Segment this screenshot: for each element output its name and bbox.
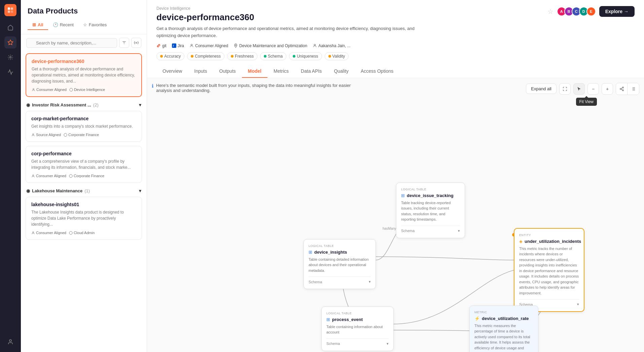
svg-point-26 [622,90,623,91]
node-label-entity: Entity [519,233,579,237]
svg-marker-4 [8,40,13,45]
svg-point-11 [33,88,34,90]
tab-overview[interactable]: Overview [156,65,188,78]
recent-tab-label: Recent [60,22,74,27]
main-tabs: Overview Inputs Outputs Model Metrics Da… [156,65,635,78]
schema-label-2: Schema [309,280,322,284]
tab-model[interactable]: Model [242,65,267,78]
list-view-button[interactable] [628,83,639,95]
tag-consumer-aligned: Consumer Aligned [32,88,67,92]
filter-button[interactable] [119,38,129,48]
main-content: Device Intelligence device-performance36… [147,0,644,352]
search-wrapper: 🔍 [26,38,117,48]
star-icon[interactable]: ☆ [547,7,553,15]
main-header: Device Intelligence device-performance36… [147,0,644,78]
tab-data-apis[interactable]: Data APIs [295,65,328,78]
chevron-down-icon-2: ▾ [139,188,141,193]
tab-access-options[interactable]: Access Options [355,65,399,78]
node-schema-insights[interactable]: Schema ▾ [309,277,371,284]
app-logo[interactable] [4,4,16,16]
model-info-banner: ℹ Here's the semantic model built from y… [152,83,354,93]
node-title-row-3: ⊞ process_event [326,317,389,322]
avatar-5: E [586,7,596,16]
active-card-tags: Consumer Aligned Device Intelligence [32,88,136,92]
svg-point-5 [10,57,11,58]
tab-recent[interactable]: 🕐 Recent [48,20,78,30]
favorites-tab-icon: ☆ [83,22,87,27]
svg-point-25 [620,88,621,90]
cursor-tool-button[interactable] [573,83,585,95]
tab-metrics[interactable]: Metrics [267,65,295,78]
group-name-2: Lakehouse Maintenance [32,188,82,193]
node-title-utilization-rate: device_utilization_rate [482,316,529,321]
node-title-row-metric: ⚡ device_utilization_rate [474,316,533,321]
tab-inputs[interactable]: Inputs [188,65,213,78]
accuracy-dot [160,55,163,58]
expand-all-button[interactable]: Expand all [526,84,557,94]
node-title-row-entity: ◈ under_utilization_incidents [519,239,579,244]
node-device-utilization-rate[interactable]: Metric ⚡ device_utilization_rate This me… [469,306,538,352]
breadcrumb: Device Intelligence [156,6,547,11]
chevron-icon-2: ▾ [369,280,371,284]
home-nav-icon[interactable] [4,22,16,34]
node-device-insights[interactable]: Logical Table ⊞ device_insights Table co… [303,239,376,289]
node-desc-insights: Table containing detailed information ab… [309,257,371,274]
node-schema-process[interactable]: Schema ▾ [326,339,389,346]
zoom-in-button[interactable]: + [602,83,613,95]
tab-all[interactable]: ⊞ All [28,20,48,30]
zoom-out-button[interactable]: − [587,83,599,95]
svg-rect-2 [8,10,10,13]
completeness-label: Completeness [195,54,221,59]
view-toggle-group [616,83,639,95]
share-view-button[interactable] [616,83,628,95]
svg-point-17 [33,231,34,233]
analytics-nav-icon[interactable] [4,51,16,63]
search-input[interactable] [26,38,117,48]
explore-button[interactable]: Explore → [599,6,635,17]
tab-favorites[interactable]: ☆ Favorites [78,20,111,30]
tab-quality[interactable]: Quality [328,65,355,78]
node-title-row-2: ⊞ device_insights [309,250,371,255]
monitoring-nav-icon[interactable] [4,66,16,78]
tag-device-intelligence: Device Intelligence [69,88,105,92]
active-card-desc: Get a thorough analysis of device perfor… [32,66,136,84]
group-icon-2: ◉ [26,188,30,193]
node-label-metric: Metric [474,311,533,314]
corp-market-card[interactable]: corp-market-performance Get insights int… [26,111,142,142]
node-under-utilization[interactable]: Entity ◈ under_utilization_incidents Thi… [514,228,584,312]
sidebar-header: Data Products ⊞ All 🕐 Recent ☆ Favorites [21,0,147,34]
tab-outputs[interactable]: Outputs [213,65,242,78]
recent-tab-icon: 🕐 [53,22,58,27]
model-info-text: Here's the semantic model built from you… [156,83,354,93]
node-schema-device-issue[interactable]: Schema ▾ [401,226,460,233]
group-count: (2) [93,102,99,107]
svg-rect-3 [11,10,13,13]
uniqueness-badge: Uniqueness [289,52,322,60]
svg-line-27 [621,89,622,90]
completeness-dot [191,55,193,58]
view-options-button[interactable] [131,38,141,48]
lakehouse-card[interactable]: lakehouse-insights01 The Lakehouse Insig… [26,197,142,240]
completeness-badge: Completeness [187,52,224,60]
node-device-issue-tracking[interactable]: Logical Table ⊞ device_issue_tracking Ta… [396,183,465,238]
validity-dot [328,55,331,58]
group-investor-risk[interactable]: ◉ Investor Risk Assessment ... (2) ▾ [21,99,147,109]
all-tab-label: All [38,22,43,27]
fit-view-button[interactable] [559,83,571,95]
svg-line-28 [621,88,622,88]
data-products-nav-icon[interactable] [4,36,16,49]
node-title-utilization: under_utilization_incidents [525,239,581,244]
active-product-card[interactable]: device-performance360 Get a thorough ana… [26,53,142,97]
svg-point-13 [33,133,34,135]
table-icon-2: ⊞ [309,250,312,255]
freshness-badge: Freshness [227,52,257,60]
user-profile-icon[interactable] [4,336,16,348]
group-lakehouse[interactable]: ◉ Lakehouse Maintenance (1) ▾ [21,185,147,195]
svg-point-12 [70,88,73,91]
node-process-event[interactable]: Logical Table ⊞ process_event Table cont… [321,307,394,351]
node-title-row: ⊞ device_issue_tracking [401,193,460,198]
corp-performance-title: corp-performance [31,151,136,156]
corp-performance-card[interactable]: corp-performance Get a comprehensive vie… [26,146,142,183]
node-title-process: process_event [332,317,363,322]
info-icon: ℹ [152,83,153,89]
